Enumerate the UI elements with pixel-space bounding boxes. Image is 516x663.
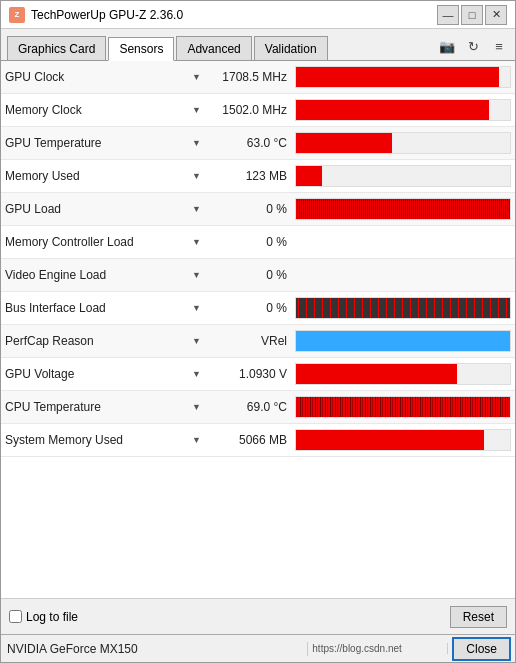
sensor-value: 123 MB bbox=[205, 169, 295, 183]
table-row: Memory Used▼123 MB bbox=[1, 160, 515, 193]
sensor-bar bbox=[296, 133, 392, 153]
table-row: GPU Voltage▼1.0930 V bbox=[1, 358, 515, 391]
sensor-bar-container bbox=[295, 330, 511, 352]
sensor-value: 1.0930 V bbox=[205, 367, 295, 381]
tab-advanced[interactable]: Advanced bbox=[176, 36, 251, 60]
dropdown-arrow-icon[interactable]: ▼ bbox=[192, 270, 201, 280]
close-button[interactable]: ✕ bbox=[485, 5, 507, 25]
sensor-bar bbox=[296, 397, 510, 417]
sensor-bar-container bbox=[295, 396, 511, 418]
dropdown-arrow-icon[interactable]: ▼ bbox=[192, 369, 201, 379]
dropdown-arrow-icon[interactable]: ▼ bbox=[192, 105, 201, 115]
bottom-bar: Log to file Reset bbox=[1, 598, 515, 634]
tab-actions: 📷 ↻ ≡ bbox=[437, 36, 509, 60]
refresh-icon[interactable]: ↻ bbox=[463, 36, 483, 56]
camera-icon[interactable]: 📷 bbox=[437, 36, 457, 56]
dropdown-arrow-icon[interactable]: ▼ bbox=[192, 303, 201, 313]
sensor-bar-container bbox=[295, 231, 511, 253]
sensor-value: 0 % bbox=[205, 301, 295, 315]
dropdown-arrow-icon[interactable]: ▼ bbox=[192, 72, 201, 82]
tab-graphics-card[interactable]: Graphics Card bbox=[7, 36, 106, 60]
sensor-value: 1708.5 MHz bbox=[205, 70, 295, 84]
minimize-button[interactable]: — bbox=[437, 5, 459, 25]
close-main-button[interactable]: Close bbox=[452, 637, 511, 661]
dropdown-arrow-icon[interactable]: ▼ bbox=[192, 138, 201, 148]
sensor-bar-container bbox=[295, 165, 511, 187]
sensor-bar-container bbox=[295, 363, 511, 385]
sensor-bar-container bbox=[295, 429, 511, 451]
sensor-bar bbox=[296, 364, 457, 384]
sensor-name-label: System Memory Used▼ bbox=[5, 433, 205, 447]
table-row: Memory Controller Load▼0 % bbox=[1, 226, 515, 259]
sensor-bar bbox=[296, 331, 510, 351]
status-bar: NVIDIA GeForce MX150 https://blog.csdn.n… bbox=[1, 634, 515, 662]
table-row: Video Engine Load▼0 % bbox=[1, 259, 515, 292]
sensor-bar-container bbox=[295, 264, 511, 286]
sensor-bar bbox=[296, 199, 510, 219]
dropdown-arrow-icon[interactable]: ▼ bbox=[192, 171, 201, 181]
sensor-bar-container bbox=[295, 297, 511, 319]
sensor-bar bbox=[296, 166, 322, 186]
sensor-name-label: Bus Interface Load▼ bbox=[5, 301, 205, 315]
window-controls: — □ ✕ bbox=[437, 5, 507, 25]
dropdown-arrow-icon[interactable]: ▼ bbox=[192, 402, 201, 412]
sensor-name-label: GPU Clock▼ bbox=[5, 70, 205, 84]
sensor-table: GPU Clock▼1708.5 MHzMemory Clock▼1502.0 … bbox=[1, 61, 515, 598]
table-row: CPU Temperature▼69.0 °C bbox=[1, 391, 515, 424]
gpu-name: NVIDIA GeForce MX150 bbox=[1, 642, 308, 656]
status-url: https://blog.csdn.net bbox=[308, 643, 448, 654]
table-row: Memory Clock▼1502.0 MHz bbox=[1, 94, 515, 127]
sensor-name-label: Memory Clock▼ bbox=[5, 103, 205, 117]
sensor-bar bbox=[296, 298, 510, 318]
dropdown-arrow-icon[interactable]: ▼ bbox=[192, 336, 201, 346]
menu-icon[interactable]: ≡ bbox=[489, 36, 509, 56]
sensor-bar-container bbox=[295, 132, 511, 154]
sensor-bar-container bbox=[295, 99, 511, 121]
sensor-value: 63.0 °C bbox=[205, 136, 295, 150]
sensor-bar-container bbox=[295, 198, 511, 220]
sensor-bar-container bbox=[295, 66, 511, 88]
main-window: Z TechPowerUp GPU-Z 2.36.0 — □ ✕ Graphic… bbox=[0, 0, 516, 663]
sensor-name-label: GPU Temperature▼ bbox=[5, 136, 205, 150]
table-row: System Memory Used▼5066 MB bbox=[1, 424, 515, 457]
dropdown-arrow-icon[interactable]: ▼ bbox=[192, 237, 201, 247]
table-row: GPU Clock▼1708.5 MHz bbox=[1, 61, 515, 94]
tabs-bar: Graphics Card Sensors Advanced Validatio… bbox=[1, 29, 515, 61]
sensor-name-label: CPU Temperature▼ bbox=[5, 400, 205, 414]
sensor-name-label: Memory Used▼ bbox=[5, 169, 205, 183]
sensor-value: 69.0 °C bbox=[205, 400, 295, 414]
title-bar: Z TechPowerUp GPU-Z 2.36.0 — □ ✕ bbox=[1, 1, 515, 29]
tab-sensors[interactable]: Sensors bbox=[108, 37, 174, 61]
sensor-value: 0 % bbox=[205, 235, 295, 249]
sensor-value: 1502.0 MHz bbox=[205, 103, 295, 117]
dropdown-arrow-icon[interactable]: ▼ bbox=[192, 204, 201, 214]
table-row: GPU Load▼0 % bbox=[1, 193, 515, 226]
table-row: Bus Interface Load▼0 % bbox=[1, 292, 515, 325]
sensor-bar bbox=[296, 100, 489, 120]
table-row: PerfCap Reason▼VRel bbox=[1, 325, 515, 358]
dropdown-arrow-icon[interactable]: ▼ bbox=[192, 435, 201, 445]
sensor-value: 0 % bbox=[205, 268, 295, 282]
sensor-value: 5066 MB bbox=[205, 433, 295, 447]
sensor-name-label: PerfCap Reason▼ bbox=[5, 334, 205, 348]
sensor-name-label: GPU Voltage▼ bbox=[5, 367, 205, 381]
sensor-value: 0 % bbox=[205, 202, 295, 216]
sensor-name-label: Memory Controller Load▼ bbox=[5, 235, 205, 249]
window-title: TechPowerUp GPU-Z 2.36.0 bbox=[31, 8, 437, 22]
sensor-bar bbox=[296, 430, 484, 450]
sensor-bar bbox=[296, 67, 499, 87]
tab-validation[interactable]: Validation bbox=[254, 36, 328, 60]
sensor-name-label: GPU Load▼ bbox=[5, 202, 205, 216]
sensor-name-label: Video Engine Load▼ bbox=[5, 268, 205, 282]
reset-button[interactable]: Reset bbox=[450, 606, 507, 628]
log-to-file-label[interactable]: Log to file bbox=[9, 610, 78, 624]
maximize-button[interactable]: □ bbox=[461, 5, 483, 25]
log-checkbox[interactable] bbox=[9, 610, 22, 623]
table-row: GPU Temperature▼63.0 °C bbox=[1, 127, 515, 160]
sensor-value: VRel bbox=[205, 334, 295, 348]
app-icon: Z bbox=[9, 7, 25, 23]
